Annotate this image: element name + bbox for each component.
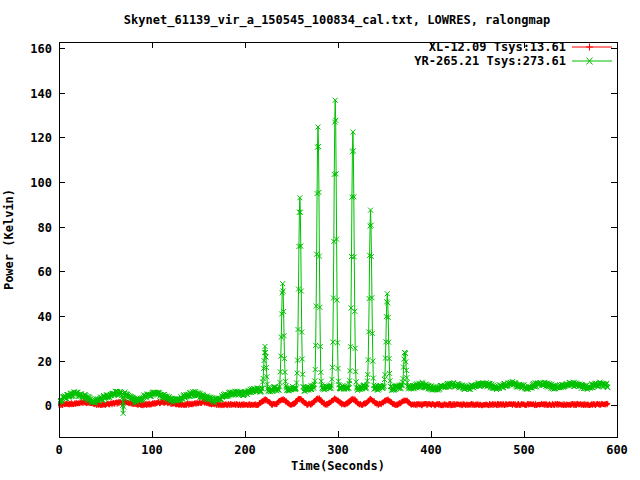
y-tick-label: 40 [38,310,52,324]
x-tick-label: 100 [141,443,163,457]
legend-label-xl: XL-12.09 Tsys:13.61 [429,40,566,54]
x-tick-label: 400 [420,443,442,457]
y-axis-label: Power (Kelvin) [2,189,16,290]
y-tick-label: 0 [45,399,52,413]
plot-window: Skynet_61139_vir_a_150545_100834_cal.txt… [0,0,640,480]
x-tick-label: 600 [606,443,628,457]
chart-background [0,0,640,480]
x-axis-label: Time(Seconds) [291,459,385,473]
chart-canvas: Skynet_61139_vir_a_150545_100834_cal.txt… [0,0,640,480]
y-tick-label: 140 [30,87,52,101]
x-tick-label: 500 [513,443,535,457]
x-tick-label: 300 [327,443,349,457]
y-tick-label: 160 [30,42,52,56]
y-tick-label: 100 [30,176,52,190]
y-tick-label: 20 [38,355,52,369]
y-tick-label: 80 [38,221,52,235]
chart-title: Skynet_61139_vir_a_150545_100834_cal.txt… [124,13,550,28]
y-tick-label: 120 [30,131,52,145]
x-tick-label: 200 [234,443,256,457]
x-tick-label: 0 [55,443,62,457]
legend-label-yr: YR-265.21 Tsys:273.61 [414,54,566,68]
y-tick-label: 60 [38,265,52,279]
